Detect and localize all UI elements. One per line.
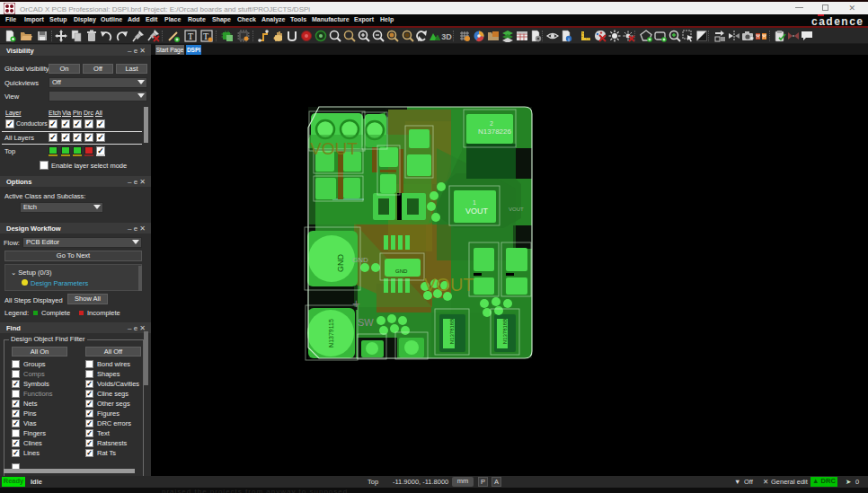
svg-text:2: 2 [490, 120, 493, 127]
svg-text:T: T [188, 31, 193, 41]
svg-text:N137818B: N137818B [449, 319, 455, 344]
svg-text:N1378226: N1378226 [478, 128, 511, 136]
svg-text:VOUT: VOUT [509, 207, 524, 212]
svg-text:i: i [568, 37, 569, 42]
svg-text:N1379115: N1379115 [328, 319, 334, 348]
svg-text:VOUT: VOUT [465, 207, 489, 216]
svg-text:GND: GND [395, 269, 408, 274]
svg-text:GND: GND [336, 254, 345, 273]
svg-text:VOUT: VOUT [310, 139, 358, 158]
svg-text:H: H [763, 34, 766, 40]
svg-text:T: T [203, 31, 208, 41]
svg-text:H: H [757, 34, 760, 40]
svg-text:3D: 3D [441, 32, 452, 41]
svg-text:GND: GND [352, 256, 368, 264]
svg-text:+: + [352, 295, 360, 311]
svg-text:SW: SW [358, 317, 374, 328]
svg-text:N137818B: N137818B [502, 319, 508, 344]
svg-text:1: 1 [473, 199, 476, 206]
svg-text:VOUT: VOUT [424, 275, 474, 295]
